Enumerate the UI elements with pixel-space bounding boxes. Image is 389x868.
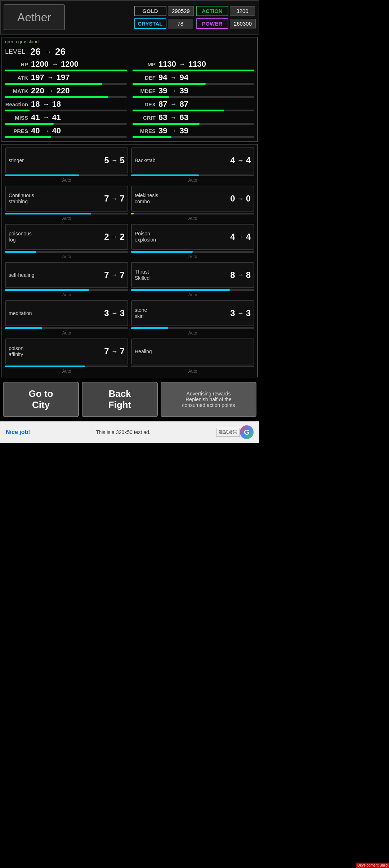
stat-arrow: → <box>43 114 49 121</box>
stat-label: DEX <box>133 101 156 107</box>
stat-arrow: → <box>170 101 176 108</box>
skill-item-0[interactable]: stinger 5 → 5 Auto <box>5 147 128 183</box>
auto-label: Auto <box>131 292 254 297</box>
stat-bar <box>5 83 127 85</box>
stat-to: 39 <box>179 126 188 136</box>
skill-item-1[interactable]: Backstab 4 → 4 Auto <box>131 147 254 183</box>
stat-to: 18 <box>52 99 61 109</box>
skill-arrow: → <box>111 310 118 317</box>
stat-bar-fill <box>5 83 102 85</box>
stat-from: 41 <box>31 113 40 122</box>
stat-bar <box>133 70 254 71</box>
skill-item-9[interactable]: stone skin 3 → 3 Auto <box>131 300 254 336</box>
stat-values: DEX 87 → 87 <box>133 99 254 109</box>
stat-bar-fill <box>5 110 30 111</box>
stat-row-def: DEF 94 → 94 <box>133 73 254 85</box>
skill-to: 2 <box>120 232 125 242</box>
skill-bar-bg <box>5 327 128 329</box>
level-label: LEVEL <box>5 48 25 56</box>
skill-values: 2 → 2 <box>40 232 125 242</box>
stat-from: 1200 <box>31 59 49 69</box>
skill-to: 7 <box>120 270 125 280</box>
ad-banner: Nice job! This is a 320x50 test ad. 測試廣告… <box>0 421 259 443</box>
skill-arrow: → <box>111 233 118 241</box>
stat-row-mdef: MDEF 39 → 39 <box>133 86 254 98</box>
bottom-row: Go to City Back Fight Advertising reward… <box>1 380 258 418</box>
stat-label: MP <box>133 61 156 67</box>
stat-from: 40 <box>31 126 40 136</box>
skill-item-6[interactable]: self-healing 7 → 7 Auto <box>5 262 128 297</box>
skill-item-10[interactable]: poison affinity 7 → 7 Auto <box>5 338 128 374</box>
stat-bar-fill <box>5 123 54 125</box>
skills-grid: stinger 5 → 5 Auto Backstab 4 → 4 <box>5 147 254 374</box>
skill-to: 4 <box>246 232 251 242</box>
back-fight-button[interactable]: Back Fight <box>82 382 158 417</box>
stat-bar <box>5 123 127 125</box>
auto-label: Auto <box>131 178 254 183</box>
stat-to: 1200 <box>61 59 79 69</box>
auto-label: Auto <box>131 331 254 336</box>
skill-from: 7 <box>104 346 109 356</box>
stat-label: CRIT <box>133 115 156 121</box>
all-stats-grid: HP 1200 → 1200 MP 1130 → 1130 ATK 197 → … <box>5 59 254 138</box>
skill-bar-fill <box>131 213 134 214</box>
stat-bar-fill <box>5 136 51 138</box>
skill-item-8[interactable]: meditation 3 → 3 Auto <box>5 300 128 336</box>
skill-item-4[interactable]: poisonous fog 2 → 2 Auto <box>5 224 128 259</box>
skill-bar-bg <box>5 174 128 176</box>
stat-bar-fill <box>133 110 224 111</box>
stat-values: MISS 41 → 41 <box>5 113 127 122</box>
skill-item-11[interactable]: Healing Auto <box>131 338 254 374</box>
location-text: green grassland <box>5 39 39 44</box>
gold-value: 290529 <box>168 6 194 16</box>
skill-arrow: → <box>111 271 118 279</box>
skill-item-5[interactable]: Poison explosion 4 → 4 Auto <box>131 224 254 259</box>
stat-row-dex: DEX 87 → 87 <box>133 99 254 111</box>
skill-from: 3 <box>230 308 235 318</box>
skill-bar-bg <box>5 213 128 214</box>
stat-values: Reaction 18 → 18 <box>5 99 127 109</box>
stat-bar <box>133 136 254 138</box>
stat-row-atk: ATK 197 → 197 <box>5 73 127 85</box>
crystal-value: 78 <box>168 19 193 28</box>
skill-bar-bg <box>131 251 254 253</box>
skill-bar-bg <box>5 289 128 291</box>
stat-bar <box>5 110 127 111</box>
skill-item-3[interactable]: telekinesis combo 0 → 0 Auto <box>131 186 254 221</box>
auto-label: Auto <box>131 369 254 374</box>
skill-from: 7 <box>104 194 109 204</box>
stat-values: ATK 197 → 197 <box>5 73 127 82</box>
skill-name: Healing <box>135 349 164 355</box>
stat-arrow: → <box>170 127 176 135</box>
auto-label: Auto <box>131 254 254 259</box>
skill-item-7[interactable]: Thrust Skilled 8 → 8 Auto <box>131 262 254 297</box>
stat-to: 40 <box>52 126 61 136</box>
skill-values: 4 → 4 <box>166 232 251 242</box>
skill-arrow: → <box>111 348 118 355</box>
skill-arrow: → <box>237 195 244 203</box>
stat-from: 39 <box>158 86 167 96</box>
action-row: ACTION 3200 <box>196 6 256 16</box>
stat-bar-fill <box>133 70 254 71</box>
skill-bar-bg <box>5 251 128 253</box>
stat-row-mres: MRES 39 → 39 <box>133 126 254 138</box>
skill-from: 8 <box>230 270 235 280</box>
skill-values: 7 → 7 <box>40 270 125 280</box>
skill-name: Backstab <box>135 158 164 164</box>
stat-to: 87 <box>179 99 188 109</box>
skill-to: 7 <box>120 346 125 356</box>
resource-grid: GOLD 290529 ACTION 3200 CRYSTAL 78 POWER… <box>134 6 256 29</box>
power-value: 260300 <box>230 19 256 28</box>
skill-name: telekinesis combo <box>135 192 164 205</box>
auto-label: Auto <box>5 254 128 259</box>
go-to-city-button[interactable]: Go to City <box>3 382 79 417</box>
ads-reward-button[interactable]: Advertising rewards Replenish half of th… <box>161 382 256 417</box>
action-value: 3200 <box>230 6 255 16</box>
skill-item-2[interactable]: Continuous stabbing 7 → 7 Auto <box>5 186 128 221</box>
skill-name: Poison explosion <box>135 231 164 243</box>
skill-bar-fill <box>5 213 91 214</box>
stat-label: MRES <box>133 128 156 134</box>
skill-name: stone skin <box>135 307 164 319</box>
auto-label: Auto <box>5 292 128 297</box>
skill-bar-fill <box>5 174 79 176</box>
